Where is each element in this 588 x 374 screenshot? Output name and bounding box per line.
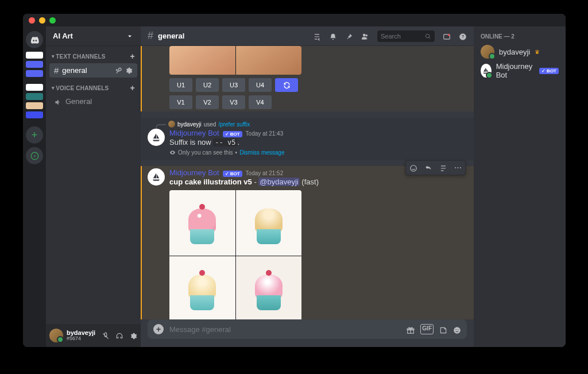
message-composer[interactable]: + GIF — [148, 319, 467, 339]
chevron-down-icon — [126, 32, 134, 41]
user-avatar[interactable] — [49, 329, 63, 342]
bot-avatar[interactable] — [148, 129, 165, 146]
more-button[interactable]: ⋯ — [451, 161, 465, 175]
add-channel-button[interactable]: + — [130, 52, 135, 61]
emoji-button[interactable] — [453, 324, 461, 334]
deafen-button[interactable] — [115, 331, 123, 340]
sailboat-icon — [482, 67, 490, 75]
explore-servers-button[interactable] — [26, 147, 43, 164]
server-name: AI Art — [53, 32, 73, 40]
bot-avatar[interactable] — [148, 168, 165, 186]
help-button[interactable]: ? — [459, 31, 467, 41]
message-author[interactable]: Midjourney Bot — [169, 129, 219, 137]
threads-button[interactable] — [313, 31, 321, 41]
member-avatar — [481, 45, 494, 59]
server-rail: + — [23, 26, 46, 347]
message-ephemeral: bydaveyji used /prefer suffix Midjourney… — [141, 118, 474, 160]
message-timestamp: Today at 21:43 — [246, 130, 284, 137]
inbox-button[interactable] — [443, 31, 451, 41]
v4-button[interactable]: V4 — [249, 95, 272, 109]
reply-avatar — [168, 121, 175, 128]
app-body: + AI Art ▾ TEXT CHANNELS + # — [23, 26, 566, 347]
u3-button[interactable]: U3 — [222, 78, 245, 92]
chat-main: # general Search ? — [141, 26, 474, 347]
message-author[interactable]: Midjourney Bot — [169, 168, 219, 177]
bot-badge: BOT — [539, 68, 559, 74]
search-icon — [425, 32, 431, 40]
members-button[interactable] — [361, 31, 369, 41]
thread-button[interactable] — [436, 161, 451, 175]
mute-button[interactable] — [102, 331, 110, 340]
message-hover-actions: ⋯ — [405, 160, 466, 175]
text-channels-category[interactable]: ▾ TEXT CHANNELS + — [49, 52, 137, 63]
compass-icon — [30, 152, 39, 160]
user-panel: bydaveyji #5674 — [46, 324, 141, 347]
v3-button[interactable]: V3 — [222, 95, 245, 109]
member-item[interactable]: bydaveyji ♛ — [478, 43, 561, 60]
svg-point-3 — [448, 34, 450, 36]
bot-badge: BOT — [223, 171, 242, 177]
hash-icon: # — [148, 30, 153, 42]
message-content: Suffix is now -- v5. — [169, 137, 284, 148]
channel-sidebar: AI Art ▾ TEXT CHANNELS + # general — [46, 26, 141, 347]
pinned-button[interactable] — [345, 31, 353, 41]
window-minimize-button[interactable] — [39, 17, 45, 24]
refresh-icon — [283, 82, 291, 89]
chevron-down-icon: ▾ — [52, 53, 55, 59]
voice-channel-general[interactable]: General — [49, 95, 137, 109]
gift-button[interactable] — [407, 324, 415, 334]
svg-text:?: ? — [462, 34, 465, 39]
server-folder-2[interactable] — [26, 84, 43, 118]
message-timestamp: Today at 21:52 — [246, 170, 284, 176]
u1-button[interactable]: U1 — [169, 78, 192, 92]
reroll-button[interactable] — [275, 78, 298, 92]
notifications-button[interactable] — [329, 31, 337, 41]
generated-image-preview[interactable] — [169, 46, 301, 75]
message-mention: ⋯ Midjourney Bot BOT Today at 21:52 — [141, 166, 474, 319]
svg-point-10 — [455, 329, 457, 330]
ephemeral-note: Only you can see this • Dismiss message — [169, 149, 284, 156]
dismiss-link[interactable]: Dismiss message — [239, 149, 284, 156]
server-folder-1[interactable] — [26, 52, 43, 77]
owner-crown-icon: ♛ — [535, 49, 540, 55]
message-input[interactable] — [169, 325, 401, 334]
channel-general[interactable]: # general — [49, 63, 137, 78]
message: U1 U2 U3 U4 V1 V2 V3 V4 — [141, 46, 474, 111]
v2-button[interactable]: V2 — [196, 95, 219, 109]
server-header[interactable]: AI Art — [46, 26, 141, 46]
invite-icon[interactable] — [115, 66, 123, 74]
reply-button[interactable] — [421, 161, 436, 175]
message-list: U1 U2 U3 U4 V1 V2 V3 V4 — [141, 46, 474, 319]
member-avatar — [481, 64, 492, 78]
variation-row: V1 V2 V3 V4 — [169, 95, 301, 109]
u4-button[interactable]: U4 — [249, 78, 272, 92]
app-window: + AI Art ▾ TEXT CHANNELS + # — [23, 14, 566, 347]
titlebar — [23, 14, 566, 26]
sailboat-icon — [151, 172, 161, 182]
chevron-down-icon: ▾ — [52, 85, 55, 91]
add-server-button[interactable]: + — [26, 126, 43, 144]
voice-channels-category[interactable]: ▾ VOICE CHANNELS + — [49, 83, 137, 95]
search-input[interactable]: Search — [377, 30, 435, 42]
sticker-button[interactable] — [439, 324, 447, 334]
u2-button[interactable]: U2 — [196, 78, 219, 92]
home-button[interactable] — [26, 31, 43, 48]
window-close-button[interactable] — [29, 17, 35, 24]
user-info[interactable]: bydaveyji #5674 — [67, 329, 95, 342]
window-maximize-button[interactable] — [49, 17, 56, 24]
settings-icon[interactable] — [125, 66, 133, 74]
speaker-icon — [54, 97, 62, 106]
generated-image-grid[interactable] — [169, 190, 301, 319]
composer-area: + GIF — [141, 319, 474, 347]
hash-icon: # — [54, 65, 59, 75]
user-mention[interactable]: @bydaveyji — [258, 178, 299, 186]
member-item[interactable]: Midjourney Bot BOT — [478, 60, 561, 81]
add-voice-channel-button[interactable]: + — [130, 83, 135, 92]
add-reaction-button[interactable] — [406, 161, 421, 175]
user-settings-button[interactable] — [129, 331, 137, 340]
attach-button[interactable]: + — [153, 324, 164, 334]
bot-badge: BOT — [223, 131, 242, 137]
v1-button[interactable]: V1 — [169, 95, 192, 109]
svg-point-11 — [458, 329, 459, 330]
gif-button[interactable]: GIF — [420, 324, 434, 334]
